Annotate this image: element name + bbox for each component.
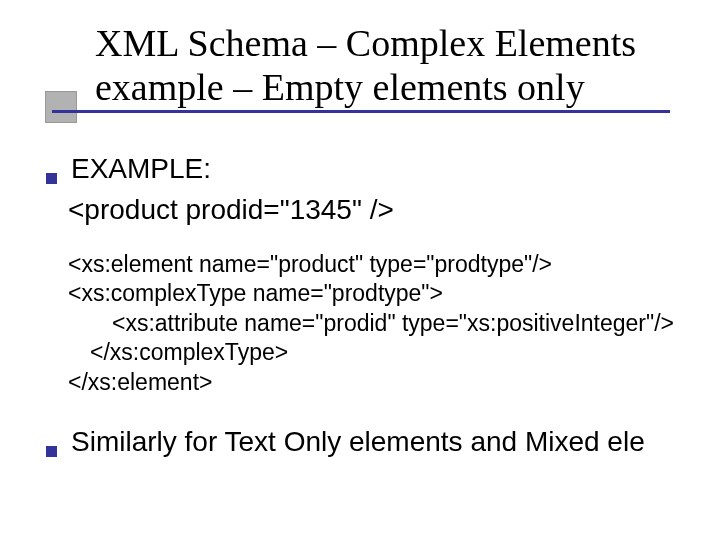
schema-line-1: <xs:element name="product" type="prodtyp… [68,250,706,279]
slide-title: XML Schema – Complex Elements example – … [95,22,695,109]
title-line-2: example – Empty elements only [95,66,695,110]
bullet-footer: Similarly for Text Only elements and Mix… [46,425,706,459]
slide: { "title": { "line1": "XML Schema – Comp… [0,0,720,540]
bullet-square-icon [46,446,57,457]
bullet-example: EXAMPLE: [46,152,706,186]
schema-code-block: <xs:element name="product" type="prodtyp… [68,250,706,397]
schema-line-2: <xs:complexType name="prodtype"> [68,279,706,308]
title-decoration-square [45,91,77,123]
title-line-1: XML Schema – Complex Elements [95,22,695,66]
schema-line-3: <xs:attribute name="prodid" type="xs:pos… [112,309,706,338]
example-label: EXAMPLE: [71,152,211,186]
bullet-square-icon [46,173,57,184]
title-underline [52,110,670,113]
schema-line-5: </xs:element> [68,368,706,397]
footer-text: Similarly for Text Only elements and Mix… [71,425,645,459]
slide-body: EXAMPLE: <product prodid="1345" /> <xs:e… [46,150,706,459]
schema-line-4: </xs:complexType> [90,338,706,367]
example-code: <product prodid="1345" /> [68,192,706,228]
